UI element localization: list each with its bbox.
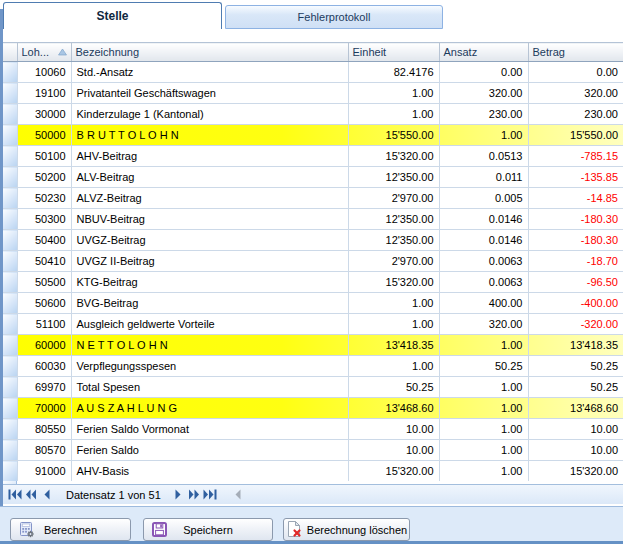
cell-einheit[interactable]: 1.00 — [348, 83, 439, 104]
cell-lohnart[interactable]: 50600 — [17, 293, 71, 314]
cell-bezeichnung[interactable]: UVGZ II-Beitrag — [71, 251, 348, 272]
cell-betrag[interactable]: 13'468.60 — [528, 398, 623, 419]
cell-ansatz[interactable]: 0.0146 — [439, 209, 528, 230]
cell-ansatz[interactable]: 230.00 — [439, 104, 528, 125]
cell-bezeichnung[interactable]: ALVZ-Beitrag — [71, 188, 348, 209]
table-row[interactable]: 19100Privatanteil Geschäftswagen1.00320.… — [3, 83, 623, 104]
cell-einheit[interactable]: 82.4176 — [348, 62, 439, 83]
nav-next-record-icon[interactable] — [171, 488, 185, 502]
cell-ansatz[interactable]: 0.0063 — [439, 272, 528, 293]
cell-einheit[interactable]: 12'350.00 — [348, 167, 439, 188]
cell-bezeichnung[interactable]: Std.-Ansatz — [71, 62, 348, 83]
cell-lohnart[interactable]: 91000 — [17, 461, 71, 482]
table-row[interactable]: 50100AHV-Beitrag15'320.000.0513-785.15 — [3, 146, 623, 167]
table-row[interactable]: 10060Std.-Ansatz82.41760.000.00 — [3, 62, 623, 83]
row-indicator-cell[interactable] — [3, 230, 17, 251]
cell-einheit[interactable]: 12'350.00 — [348, 230, 439, 251]
cell-einheit[interactable]: 12'350.00 — [348, 209, 439, 230]
cell-ansatz[interactable]: 1.00 — [439, 419, 528, 440]
row-indicator-cell[interactable] — [3, 293, 17, 314]
row-indicator-cell[interactable] — [3, 272, 17, 293]
cell-betrag[interactable]: -135.85 — [528, 167, 623, 188]
cell-bezeichnung[interactable]: Kinderzulage 1 (Kantonal) — [71, 104, 348, 125]
cell-lohnart[interactable]: 50500 — [17, 272, 71, 293]
cell-betrag[interactable]: -320.00 — [528, 314, 623, 335]
table-row[interactable]: 50410UVGZ II-Beitrag2'970.000.0063-18.70 — [3, 251, 623, 272]
cell-betrag[interactable]: -18.70 — [528, 251, 623, 272]
cell-ansatz[interactable]: 1.00 — [439, 440, 528, 461]
cell-betrag[interactable]: 230.00 — [528, 104, 623, 125]
row-indicator-cell[interactable] — [3, 104, 17, 125]
cell-betrag[interactable]: -400.00 — [528, 293, 623, 314]
row-indicator-cell[interactable] — [3, 419, 17, 440]
row-indicator-cell[interactable] — [3, 314, 17, 335]
table-row[interactable]: 50200ALV-Beitrag12'350.000.011-135.85 — [3, 167, 623, 188]
cell-bezeichnung[interactable]: B R U T T O L O H N — [71, 125, 348, 146]
cell-einheit[interactable]: 1.00 — [348, 293, 439, 314]
cell-ansatz[interactable]: 1.00 — [439, 125, 528, 146]
cell-lohnart[interactable]: 10060 — [17, 62, 71, 83]
cell-ansatz[interactable]: 0.0513 — [439, 146, 528, 167]
column-header-ansatz[interactable]: Ansatz — [439, 43, 528, 62]
column-header-bezeichnung[interactable]: Bezeichnung — [71, 43, 348, 62]
cell-ansatz[interactable]: 1.00 — [439, 335, 528, 356]
cell-bezeichnung[interactable]: AHV-Beitrag — [71, 146, 348, 167]
table-row[interactable]: 50500KTG-Beitrag15'320.000.0063-96.50 — [3, 272, 623, 293]
cell-ansatz[interactable]: 1.00 — [439, 398, 528, 419]
cell-ansatz[interactable]: 320.00 — [439, 83, 528, 104]
cell-betrag[interactable]: 10.00 — [528, 419, 623, 440]
cell-betrag[interactable]: 15'320.00 — [528, 461, 623, 482]
cell-lohnart[interactable]: 69970 — [17, 377, 71, 398]
cell-bezeichnung[interactable]: A U S Z A H L U N G — [71, 398, 348, 419]
berechnung-loeschen-button[interactable]: Berechnung löschen — [283, 518, 410, 541]
row-indicator-cell[interactable] — [3, 335, 17, 356]
cell-ansatz[interactable]: 0.005 — [439, 188, 528, 209]
table-row[interactable]: 50600BVG-Beitrag1.00400.00-400.00 — [3, 293, 623, 314]
cell-einheit[interactable]: 2'970.00 — [348, 188, 439, 209]
cell-betrag[interactable]: -14.85 — [528, 188, 623, 209]
berechnen-button[interactable]: Berechnen — [10, 518, 131, 541]
column-header-lohnart[interactable]: Loh... — [17, 43, 71, 62]
cell-lohnart[interactable]: 60000 — [17, 335, 71, 356]
cell-lohnart[interactable]: 80550 — [17, 419, 71, 440]
cell-lohnart[interactable]: 70000 — [17, 398, 71, 419]
cell-ansatz[interactable]: 0.0146 — [439, 230, 528, 251]
cell-einheit[interactable]: 15'320.00 — [348, 272, 439, 293]
tab-fehlerprotokoll[interactable]: Fehlerprotokoll — [225, 5, 443, 29]
cell-betrag[interactable]: 50.25 — [528, 377, 623, 398]
cell-lohnart[interactable]: 50100 — [17, 146, 71, 167]
column-header-betrag[interactable]: Betrag — [528, 43, 623, 62]
cell-lohnart[interactable]: 30000 — [17, 104, 71, 125]
cell-lohnart[interactable]: 60030 — [17, 356, 71, 377]
cell-einheit[interactable]: 1.00 — [348, 104, 439, 125]
cell-betrag[interactable]: 15'550.00 — [528, 125, 623, 146]
row-indicator-cell[interactable] — [3, 83, 17, 104]
cell-einheit[interactable]: 10.00 — [348, 440, 439, 461]
row-indicator-cell[interactable] — [3, 356, 17, 377]
cell-lohnart[interactable]: 50410 — [17, 251, 71, 272]
cell-bezeichnung[interactable]: Verpflegungsspesen — [71, 356, 348, 377]
cell-bezeichnung[interactable]: BVG-Beitrag — [71, 293, 348, 314]
row-indicator-cell[interactable] — [3, 461, 17, 482]
cell-einheit[interactable]: 50.25 — [348, 377, 439, 398]
cell-lohnart[interactable]: 50300 — [17, 209, 71, 230]
cell-bezeichnung[interactable]: Ausgleich geldwerte Vorteile — [71, 314, 348, 335]
cell-einheit[interactable]: 10.00 — [348, 419, 439, 440]
cell-bezeichnung[interactable]: NBUV-Beitrag — [71, 209, 348, 230]
row-indicator-cell[interactable] — [3, 62, 17, 83]
nav-prev-page-icon[interactable] — [24, 488, 38, 502]
cell-betrag[interactable]: -96.50 — [528, 272, 623, 293]
table-row[interactable]: 69970Total Spesen50.251.0050.25 — [3, 377, 623, 398]
row-indicator-cell[interactable] — [3, 251, 17, 272]
nav-last-record-icon[interactable] — [203, 488, 217, 502]
cell-ansatz[interactable]: 1.00 — [439, 461, 528, 482]
cell-lohnart[interactable]: 50200 — [17, 167, 71, 188]
cell-betrag[interactable]: -180.30 — [528, 230, 623, 251]
cell-einheit[interactable]: 1.00 — [348, 314, 439, 335]
cell-ansatz[interactable]: 0.0063 — [439, 251, 528, 272]
table-row[interactable]: 30000Kinderzulage 1 (Kantonal)1.00230.00… — [3, 104, 623, 125]
table-row[interactable]: 50300NBUV-Beitrag12'350.000.0146-180.30 — [3, 209, 623, 230]
cell-ansatz[interactable]: 0.00 — [439, 62, 528, 83]
table-row[interactable]: 91000AHV-Basis15'320.001.0015'320.00 — [3, 461, 623, 482]
cell-einheit[interactable]: 15'320.00 — [348, 461, 439, 482]
